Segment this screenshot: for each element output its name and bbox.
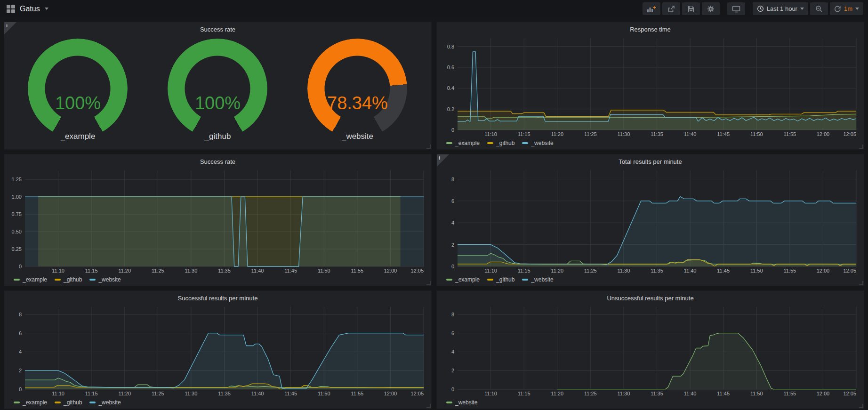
panel-resize-handle[interactable] — [426, 281, 431, 285]
panel-resize-handle[interactable] — [426, 145, 431, 149]
panel-title[interactable]: Unsuccessful results per minute — [441, 293, 860, 304]
svg-text:11:55: 11:55 — [783, 131, 796, 137]
svg-text:11:20: 11:20 — [551, 391, 563, 396]
panel-title[interactable]: Response time — [441, 24, 860, 35]
refresh-button[interactable]: 1m — [830, 2, 863, 15]
panel-resize-handle[interactable] — [859, 145, 863, 149]
svg-text:11:20: 11:20 — [118, 391, 131, 396]
legend-item-_website[interactable]: _website — [522, 276, 553, 283]
legend-color-dash — [487, 142, 493, 144]
settings-button[interactable] — [702, 2, 720, 15]
svg-text:11:30: 11:30 — [618, 131, 630, 137]
legend-item-_website[interactable]: _website — [89, 399, 121, 406]
success-rate-chart[interactable]: 00.250.500.751.001.2511:1011:1511:2011:2… — [8, 167, 427, 275]
svg-text:11:30: 11:30 — [185, 268, 198, 273]
panel-total-results: i Total results per minute 0246811:1011:… — [436, 154, 864, 286]
panel-success-rate-gauges: i Success rate 100%_example100%_github78… — [4, 22, 432, 150]
svg-text:0: 0 — [451, 386, 454, 392]
gauge-_example: 100%_example — [8, 39, 147, 141]
svg-text:8: 8 — [19, 312, 22, 317]
svg-text:11:50: 11:50 — [318, 391, 330, 396]
successful-results-chart[interactable]: 0246811:1011:1511:2011:2511:3011:3511:40… — [8, 304, 427, 398]
dashboard-picker-caret-icon[interactable] — [45, 8, 48, 10]
zoom-out-icon — [815, 5, 823, 13]
legend-label: _website — [98, 399, 121, 406]
legend-color-dash — [522, 279, 528, 281]
svg-text:11:20: 11:20 — [551, 268, 563, 273]
svg-text:0.6: 0.6 — [447, 64, 454, 70]
navbar: Gatus — [0, 0, 868, 17]
chart-svg: 00.20.40.60.811:1011:1511:2011:2511:3011… — [441, 35, 860, 138]
total-results-chart[interactable]: 0246811:1011:1511:2011:2511:3011:3511:40… — [441, 167, 860, 275]
chart-legend: _website — [441, 398, 860, 407]
dashboard-title[interactable]: Gatus — [20, 5, 40, 13]
legend-item-_github[interactable]: _github — [487, 140, 514, 146]
svg-text:11:55: 11:55 — [351, 391, 363, 396]
gauge-value: 100% — [168, 93, 267, 113]
svg-text:0: 0 — [19, 264, 22, 269]
time-range-caret-icon — [800, 8, 804, 10]
refresh-icon — [834, 5, 841, 12]
add-panel-button[interactable] — [643, 2, 660, 15]
chart-series — [557, 333, 856, 389]
legend-item-_website[interactable]: _website — [89, 276, 121, 283]
gauge-dial: 100% — [28, 39, 128, 138]
chart-svg: 00.250.500.751.001.2511:1011:1511:2011:2… — [8, 167, 427, 275]
svg-text:12:00: 12:00 — [384, 268, 397, 273]
panel-title[interactable]: Success rate — [8, 156, 427, 167]
svg-text:11:15: 11:15 — [518, 268, 530, 273]
legend-item-_example[interactable]: _example — [446, 140, 480, 146]
gauge-value: 100% — [28, 93, 128, 113]
dashboards-grid-icon[interactable] — [7, 5, 15, 13]
panel-title[interactable]: Total results per minute — [441, 156, 860, 167]
legend-color-dash — [55, 402, 61, 403]
legend-item-_example[interactable]: _example — [14, 399, 47, 406]
legend-label: _github — [496, 276, 514, 283]
svg-text:11:30: 11:30 — [618, 391, 630, 396]
legend-item-_github[interactable]: _github — [487, 276, 514, 283]
svg-text:12:00: 12:00 — [817, 268, 830, 273]
svg-text:11:10: 11:10 — [52, 391, 64, 396]
share-icon — [667, 5, 675, 13]
legend-color-dash — [522, 142, 528, 144]
panel-resize-handle[interactable] — [426, 404, 431, 408]
svg-text:0.50: 0.50 — [12, 229, 22, 234]
series-_website-fill — [25, 333, 424, 389]
chart-legend: _example_github_website — [8, 398, 427, 407]
series-_website-fill — [25, 197, 424, 266]
time-range-button[interactable]: Last 1 hour — [753, 2, 808, 15]
legend-item-_example[interactable]: _example — [14, 276, 47, 283]
tv-mode-button[interactable] — [727, 2, 745, 15]
panel-resize-handle[interactable] — [859, 404, 863, 408]
gauge-value: 78.34% — [307, 93, 407, 113]
svg-text:1.25: 1.25 — [12, 177, 22, 182]
series-_website-fill — [458, 197, 856, 266]
panel-info-icon[interactable]: i — [4, 22, 16, 34]
svg-text:6: 6 — [451, 198, 454, 204]
panel-info-icon[interactable]: i — [437, 154, 449, 167]
zoom-out-button[interactable] — [810, 2, 828, 15]
legend-item-_github[interactable]: _github — [55, 399, 82, 406]
gauge-arc — [307, 39, 407, 138]
svg-text:8: 8 — [451, 177, 454, 182]
gear-icon — [707, 5, 715, 13]
svg-text:11:25: 11:25 — [584, 391, 597, 396]
legend-item-_website[interactable]: _website — [522, 140, 553, 146]
svg-text:11:40: 11:40 — [251, 268, 264, 273]
svg-text:2: 2 — [19, 368, 22, 373]
svg-text:11:55: 11:55 — [351, 268, 363, 273]
legend-item-_website[interactable]: _website — [446, 399, 477, 406]
legend-item-_example[interactable]: _example — [446, 276, 480, 283]
svg-text:11:25: 11:25 — [152, 268, 164, 273]
svg-text:11:35: 11:35 — [651, 131, 663, 137]
legend-item-_github[interactable]: _github — [55, 276, 82, 283]
svg-text:6: 6 — [451, 330, 454, 336]
svg-text:0.4: 0.4 — [447, 85, 454, 91]
response-time-chart[interactable]: 00.20.40.60.811:1011:1511:2011:2511:3011… — [441, 35, 860, 138]
save-button[interactable] — [682, 2, 700, 15]
panel-title[interactable]: Successful results per minute — [8, 293, 427, 304]
share-button[interactable] — [662, 2, 680, 15]
panel-resize-handle[interactable] — [859, 281, 863, 285]
unsuccessful-results-chart[interactable]: 0246811:1011:1511:2011:2511:3011:3511:40… — [441, 304, 860, 398]
panel-title[interactable]: Success rate — [8, 24, 427, 35]
